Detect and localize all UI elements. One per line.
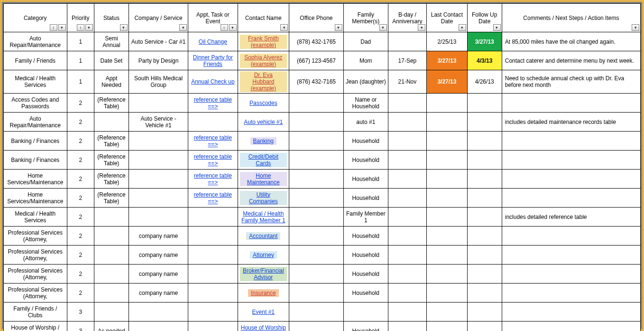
column-header[interactable]: Contact Name [238,4,289,32]
family-cell: Dad [343,32,388,51]
column-header[interactable]: Priority [67,4,94,32]
status-cell: (Reference Table) [94,189,129,208]
phone-cell [289,113,344,132]
category-cell-text: Professional Services (Attorney, [8,286,63,300]
contact-wrapper: Event #1 [252,309,275,315]
family-cell-text: Household [352,138,379,144]
company-cell-text: South Hills Medical Group [134,75,183,88]
comments-cell [502,227,640,246]
followup-cell [467,151,502,170]
last-contact-cell-text: 3/27/13 [437,57,456,64]
phone-cell [289,284,344,303]
comments-cell [502,189,640,208]
contact-wrapper: Attorney [250,251,277,259]
filter-dropdown-icon[interactable] [418,24,425,31]
contact-link[interactable]: Dr. Eva Hubbard (example) [251,72,276,92]
column-header-label: Follow Up Date [472,11,497,25]
contact-link[interactable]: Insurance [251,290,276,296]
column-header[interactable]: Follow Up Date [467,4,502,32]
column-header[interactable]: Family Member(s) [343,4,388,32]
column-header[interactable]: Comments / Next Steps / Action Items [502,4,640,32]
family-cell-text: Household [352,157,379,163]
filter-dropdown-icon[interactable] [179,24,187,31]
appt-link[interactable]: Annual Check up [191,78,234,85]
status-cell-text: (Reference Table) [97,172,125,186]
filter-dropdown-icon[interactable] [335,24,342,31]
sort-icon[interactable] [50,24,57,31]
family-cell: auto #1 [343,113,388,132]
appt-link[interactable]: Dinner Party for Friends [193,54,233,67]
comments-cell-text: includes detailed reference table [505,214,587,220]
followup-cell [467,303,502,322]
appt-link[interactable]: reference table ==> [194,96,232,110]
filter-dropdown-icon[interactable] [493,24,501,31]
filter-dropdown-icon[interactable] [632,24,639,31]
column-header[interactable]: B-day / Anniversary [388,4,426,32]
last-contact-cell [427,151,468,170]
last-contact-cell [427,189,468,208]
contact-link[interactable]: Home Maintenance [247,172,280,186]
appt-link[interactable]: reference table ==> [194,172,232,186]
appt-link[interactable]: Oil Change [199,38,227,45]
column-header[interactable]: Category [4,4,67,32]
family-cell: Household [343,322,388,331]
followup-cell-text: 4/26/13 [475,78,494,85]
status-cell: (Reference Table) [94,94,129,113]
comments-cell [502,151,640,170]
appt-cell [188,265,238,284]
contact-link[interactable]: Banking [253,138,274,144]
contact-link[interactable]: Attorney [253,252,274,258]
phone-cell-text: (878) 432-1765 [297,38,336,45]
appt-link[interactable]: reference table ==> [194,191,232,205]
status-cell-text: (Reference Table) [97,96,125,110]
status-cell-text: (Reference Table) [97,134,125,148]
column-header-label: Family Member(s) [352,11,379,25]
contact-link[interactable]: House of Worship (Enter [241,324,286,331]
contact-wrapper: Banking [250,137,276,145]
status-cell-text: Semi Annual [102,35,120,48]
filter-dropdown-icon[interactable] [120,24,128,31]
contact-link[interactable]: Event #1 [252,309,275,315]
filter-dropdown-icon[interactable] [379,24,387,31]
status-cell: (Reference Table) [94,170,129,189]
contact-link[interactable]: Utility Companies [249,191,278,205]
phone-cell [289,265,344,284]
category-cell: Professional Services (Attorney, [4,265,67,284]
company-cell [129,189,188,208]
sort-icon[interactable] [77,24,84,31]
contact-link[interactable]: Broker/Financial Advisor [243,267,284,281]
appt-link[interactable]: reference table ==> [194,153,232,167]
bday-cell [388,284,426,303]
bday-cell [388,322,426,331]
phone-cell [289,246,344,265]
filter-dropdown-icon[interactable] [229,24,237,31]
priority-cell: 2 [67,113,94,132]
contact-link[interactable]: Credit/Debit Cards [248,153,278,167]
column-header[interactable]: Company / Service [129,4,188,32]
priority-cell-text: 2 [79,195,82,201]
filter-dropdown-icon[interactable] [58,24,66,31]
appt-cell: Annual Check up [188,70,238,94]
filter-dropdown-icon[interactable] [280,24,288,31]
column-header[interactable]: Last Contact Date [427,4,468,32]
contact-cell: Dr. Eva Hubbard (example) [238,70,289,94]
column-header[interactable]: Appt, Task or Event [188,4,238,32]
priority-cell-text: 3 [79,309,82,315]
family-cell-text: Household [352,233,379,239]
contact-link[interactable]: Medical / Health Family Member 1 [241,210,285,224]
family-cell: Household [343,189,388,208]
column-header[interactable]: Office Phone [289,4,344,32]
column-header[interactable]: Status [94,4,129,32]
sort-icon[interactable] [221,24,228,31]
contact-link[interactable]: Accountant [249,233,277,239]
filter-dropdown-icon[interactable] [85,24,93,31]
appt-link[interactable]: reference table ==> [194,134,232,148]
table-row: Access Codes and Passwords2(Reference Ta… [4,94,641,113]
contact-link[interactable]: Sophia Alverez (example) [244,54,282,67]
table-row: House of Worship / Religion3As neededHou… [4,322,641,331]
filter-dropdown-icon[interactable] [459,24,466,31]
contact-link[interactable]: Auto vehicle #1 [244,119,283,125]
contact-link[interactable]: Frank Smith (example) [248,35,279,48]
contact-link[interactable]: Passcodes [249,100,277,106]
contact-wrapper: Insurance [248,289,279,297]
